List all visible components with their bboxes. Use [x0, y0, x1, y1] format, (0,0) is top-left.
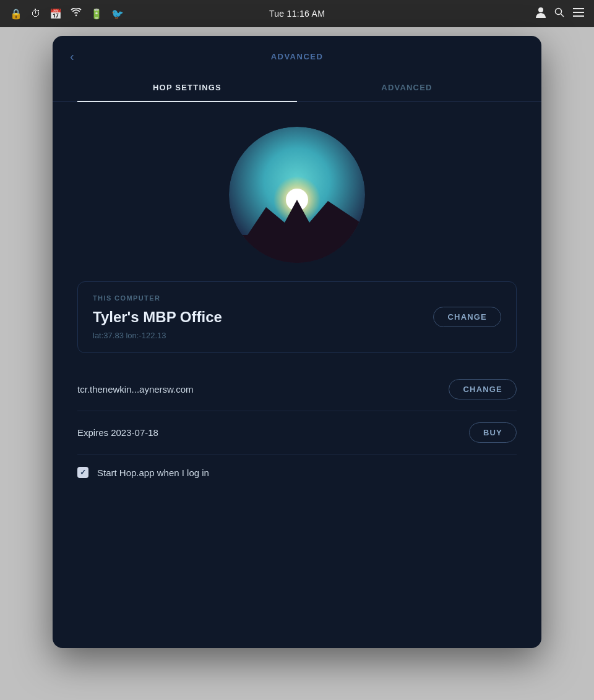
menubar-time: Tue 11:16 AM [269, 9, 325, 19]
server-row: tcr.thenewkin...aynersw.com CHANGE [77, 368, 517, 411]
svg-rect-5 [573, 15, 584, 17]
expiry-value: Expires 2023-07-18 [77, 427, 158, 438]
tabs: HOP SETTINGS ADVANCED [53, 74, 541, 102]
server-change-button[interactable]: CHANGE [449, 379, 517, 399]
menubar: 🔒 ⏱ 📅 🔋 🐦 Tue 11:16 AM [0, 0, 594, 27]
menubar-right-icons [536, 7, 584, 20]
lock-icon: 🔒 [10, 8, 22, 20]
computer-coordinates: lat:37.83 lon:-122.13 [93, 331, 501, 340]
logo-area [53, 102, 541, 281]
app-logo [229, 127, 365, 263]
computer-card: THIS COMPUTER Tyler's MBP Office CHANGE … [77, 281, 517, 353]
header-title: ADVANCED [271, 52, 324, 61]
wifi-icon [71, 8, 82, 19]
app-window: ‹ ADVANCED HOP SETTINGS ADVANCED [53, 36, 541, 648]
menubar-left-icons: 🔒 ⏱ 📅 🔋 🐦 [10, 8, 124, 20]
battery-icon: 🔋 [90, 8, 103, 20]
calendar-icon: 📅 [50, 8, 62, 20]
svg-point-1 [556, 9, 562, 15]
startup-label: Start Hop.app when I log in [97, 467, 209, 478]
svg-rect-11 [229, 235, 365, 263]
person-icon [536, 7, 546, 20]
tab-hop-settings[interactable]: HOP SETTINGS [77, 74, 297, 102]
tab-advanced[interactable]: ADVANCED [297, 74, 517, 102]
settings-content: THIS COMPUTER Tyler's MBP Office CHANGE … [53, 281, 541, 648]
hamburger-icon [573, 8, 584, 19]
svg-rect-3 [573, 8, 584, 9]
svg-line-2 [561, 14, 564, 17]
startup-row: Start Hop.app when I log in [77, 455, 517, 490]
startup-checkbox[interactable] [77, 467, 88, 478]
computer-name: Tyler's MBP Office [93, 309, 222, 326]
server-value: tcr.thenewkin...aynersw.com [77, 384, 194, 395]
header: ‹ ADVANCED [53, 36, 541, 74]
computer-section-label: THIS COMPUTER [93, 294, 501, 302]
expiry-row: Expires 2023-07-18 BUY [77, 411, 517, 455]
buy-button[interactable]: BUY [469, 422, 517, 443]
computer-change-button[interactable]: CHANGE [433, 307, 501, 327]
search-icon [554, 7, 564, 20]
computer-name-row: Tyler's MBP Office CHANGE [93, 307, 501, 327]
svg-rect-4 [573, 12, 584, 13]
bird-icon: 🐦 [111, 8, 124, 20]
svg-point-0 [538, 7, 543, 12]
back-button[interactable]: ‹ [67, 47, 77, 66]
time-machine-icon: ⏱ [31, 8, 41, 19]
